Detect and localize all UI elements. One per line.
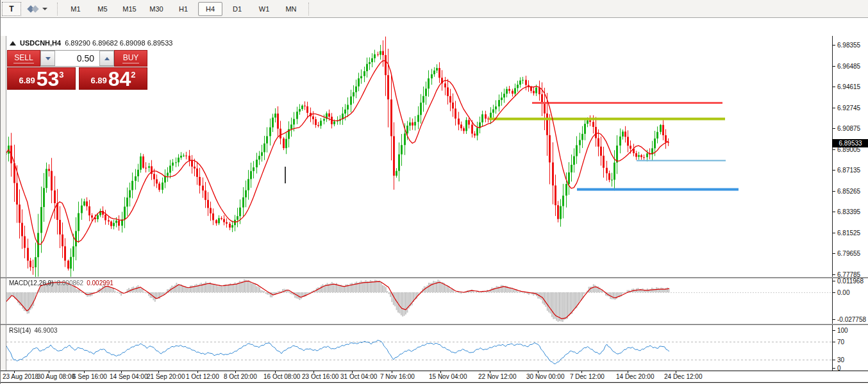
pane-separator[interactable] bbox=[1, 277, 868, 278]
macd-label: MACD(12,26,9)0.0008620.002991 bbox=[9, 280, 113, 287]
price-axis-label: 6.83395 bbox=[837, 208, 860, 215]
macd-value-main: 0.000862 bbox=[56, 280, 83, 287]
timeframe-button-mn[interactable]: MN bbox=[279, 2, 303, 16]
axis-tick bbox=[833, 274, 835, 275]
axis-tick bbox=[833, 368, 835, 369]
timeframe-button-m1[interactable]: M1 bbox=[63, 2, 88, 16]
toolbar-separator bbox=[57, 3, 58, 15]
axis-tick bbox=[833, 87, 835, 87]
time-axis-label: 23 Aug 2018 bbox=[3, 373, 38, 380]
time-axis-label: 6 Sep 16:00 bbox=[72, 373, 107, 380]
time-axis-label: 30 Aug 08:00 bbox=[37, 373, 75, 380]
rsi-axis[interactable]: 10070300 bbox=[832, 325, 868, 371]
axis-tick bbox=[833, 330, 835, 331]
mt4-window: T M1M5M15M30H1H4D1W1MN 6.983556.964856.9… bbox=[0, 0, 868, 384]
axis-tick bbox=[833, 128, 835, 129]
axis-tick bbox=[833, 360, 835, 360]
indicator-axis-label: 100 bbox=[837, 327, 848, 334]
macd-name: MACD(12,26,9) bbox=[9, 280, 53, 287]
price-axis-label: 6.92745 bbox=[837, 104, 860, 112]
rsi-value: 46.9003 bbox=[34, 327, 57, 334]
axis-tick bbox=[833, 212, 835, 212]
axis-tick bbox=[833, 108, 835, 108]
time-axis-label: 21 Sep 20:00 bbox=[147, 373, 185, 380]
time-axis-label: 14 Sep 04:00 bbox=[110, 373, 148, 380]
volume-stepper: 0.50 bbox=[40, 50, 114, 67]
toolbar: T M1M5M15M30H1H4D1W1MN bbox=[1, 0, 868, 18]
arrow-down-icon bbox=[46, 57, 51, 60]
rsi-name: RSI(14) bbox=[9, 327, 31, 334]
diamond-icon bbox=[31, 5, 38, 12]
axis-tick bbox=[833, 342, 835, 342]
rsi-indicator-canvas[interactable] bbox=[6, 325, 832, 371]
volume-input[interactable]: 0.50 bbox=[55, 51, 99, 66]
buy-button-label: BUY bbox=[122, 53, 140, 63]
macd-axis[interactable]: 0.0119680.00-0.027758 bbox=[832, 278, 868, 324]
axis-tick bbox=[833, 292, 835, 293]
sell-price-tile[interactable]: 6.89 53 3 bbox=[7, 67, 76, 90]
price-axis-label: 6.81525 bbox=[837, 230, 860, 237]
indicator-axis-label: 0.011968 bbox=[837, 278, 864, 285]
toolbar-separator bbox=[308, 3, 310, 15]
window-left-frame bbox=[1, 36, 6, 371]
ohlc-values: 6.89290 6.89682 6.89098 6.89533 bbox=[65, 39, 172, 47]
time-axis-label: 31 Oct 04:00 bbox=[340, 373, 377, 380]
time-axis-label: 16 Oct 08:00 bbox=[263, 373, 300, 380]
buy-price-pip: 2 bbox=[131, 70, 135, 79]
rsi-label: RSI(14)46.9003 bbox=[9, 327, 58, 334]
timeframe-button-h1[interactable]: H1 bbox=[171, 2, 196, 16]
sell-price-big: 53 bbox=[37, 70, 60, 88]
indicator-axis-label: 30 bbox=[837, 356, 844, 363]
price-axis-label: 6.79655 bbox=[837, 250, 860, 257]
objects-tool-icon[interactable] bbox=[24, 3, 52, 15]
axis-tick bbox=[833, 233, 835, 233]
axis-tick bbox=[833, 45, 835, 46]
text-tool-icon[interactable]: T bbox=[2, 2, 21, 16]
axis-tick bbox=[833, 253, 835, 254]
buy-price-prefix: 6.89 bbox=[90, 76, 106, 85]
time-axis-label: 14 Dec 20:00 bbox=[616, 373, 655, 380]
macd-value-signal: 0.002991 bbox=[87, 280, 113, 287]
time-axis-label: 24 Dec 12:00 bbox=[664, 373, 703, 380]
pane-separator[interactable] bbox=[1, 324, 868, 325]
buy-price-tile[interactable]: 6.89 84 2 bbox=[79, 67, 147, 90]
sell-price-pip: 3 bbox=[59, 70, 63, 79]
timeframe-button-h4[interactable]: H4 bbox=[198, 2, 222, 16]
timeframe-button-group: M1M5M15M30H1H4D1W1MN bbox=[62, 2, 305, 16]
arrow-up-icon bbox=[104, 57, 110, 60]
volume-decrease-button[interactable] bbox=[40, 51, 55, 66]
price-axis-label: 6.90875 bbox=[837, 125, 860, 132]
timeframe-button-m30[interactable]: M30 bbox=[144, 2, 169, 16]
axis-tick bbox=[833, 191, 835, 192]
axis-tick bbox=[833, 149, 835, 150]
buy-button[interactable]: BUY bbox=[114, 50, 147, 67]
price-axis-label: 6.96485 bbox=[837, 63, 860, 70]
indicator-axis-label: 70 bbox=[837, 338, 844, 346]
price-axis-label: 6.98355 bbox=[837, 42, 860, 49]
axis-tick bbox=[833, 319, 835, 320]
price-axis[interactable]: 6.983556.964856.946156.927456.908756.890… bbox=[832, 36, 868, 277]
chart-header: USDCNH,H4 6.89290 6.89682 6.89098 6.8953… bbox=[10, 39, 172, 47]
collapse-arrow-icon[interactable] bbox=[10, 41, 16, 46]
sell-button[interactable]: SELL bbox=[7, 50, 40, 67]
volume-increase-button[interactable] bbox=[99, 51, 114, 66]
timeframe-button-d1[interactable]: D1 bbox=[225, 2, 249, 16]
timeframe-button-m15[interactable]: M15 bbox=[117, 2, 142, 16]
macd-indicator-canvas[interactable] bbox=[6, 278, 832, 324]
indicator-axis-label: 0.00 bbox=[837, 289, 849, 296]
price-axis-label: 6.94615 bbox=[837, 83, 860, 90]
axis-tick bbox=[833, 281, 835, 281]
timeframe-button-w1[interactable]: W1 bbox=[252, 2, 276, 16]
time-axis-label: 30 Nov 00:00 bbox=[526, 373, 565, 380]
time-axis-label: 22 Nov 12:00 bbox=[478, 373, 517, 380]
timeframe-button-m5[interactable]: M5 bbox=[90, 2, 115, 16]
price-axis-label: 6.87135 bbox=[837, 167, 860, 174]
time-axis[interactable]: 23 Aug 201830 Aug 08:006 Sep 16:0014 Sep… bbox=[1, 371, 868, 382]
time-axis-label: 15 Nov 04:00 bbox=[429, 373, 467, 380]
time-axis-label: 7 Nov 16:00 bbox=[380, 373, 415, 380]
axis-tick bbox=[833, 170, 835, 171]
chart-window: 6.983556.964856.946156.927456.908756.890… bbox=[1, 18, 868, 365]
time-axis-label: 23 Oct 16:00 bbox=[302, 373, 338, 380]
one-click-trading-panel: SELL 0.50 BUY 6.89 53 3 6.89 84 2 bbox=[7, 50, 147, 90]
sell-button-label: SELL bbox=[13, 53, 33, 63]
